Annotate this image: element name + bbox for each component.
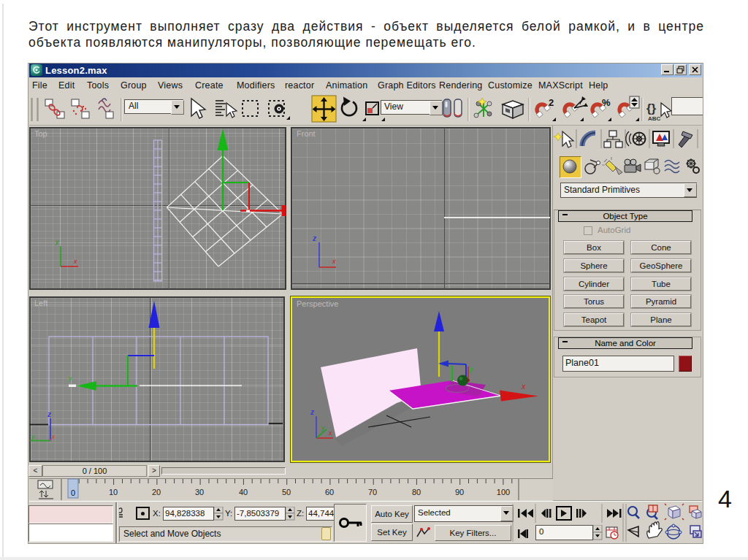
- svg-text:y: y: [469, 365, 474, 373]
- svg-text:y: y: [31, 433, 35, 440]
- svg-text:y: y: [68, 375, 72, 382]
- svg-text:x: x: [521, 382, 526, 391]
- svg-text:0: 0: [71, 488, 75, 497]
- svg-text:z: z: [47, 410, 51, 418]
- svg-text:z: z: [310, 408, 314, 416]
- svg-text:x: x: [328, 429, 332, 437]
- svg-text:x: x: [51, 433, 56, 440]
- svg-text:x: x: [73, 258, 77, 265]
- svg-text:x: x: [332, 258, 336, 265]
- svg-text:y: y: [55, 238, 59, 245]
- svg-text:z: z: [312, 234, 316, 242]
- svg-text:y: y: [321, 424, 325, 431]
